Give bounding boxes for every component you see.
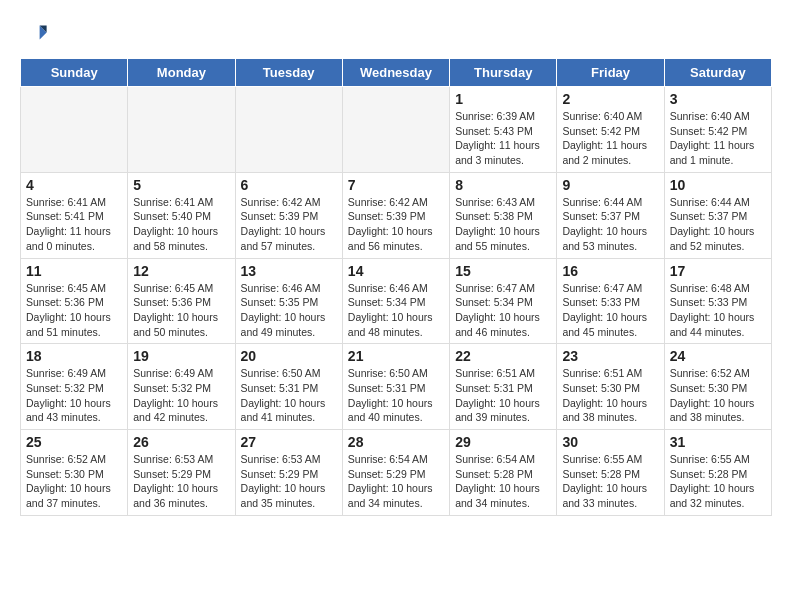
calendar-table: SundayMondayTuesdayWednesdayThursdayFrid… [20, 58, 772, 516]
calendar-day-cell: 15Sunrise: 6:47 AM Sunset: 5:34 PM Dayli… [450, 258, 557, 344]
day-info: Sunrise: 6:40 AM Sunset: 5:42 PM Dayligh… [562, 109, 658, 168]
calendar-day-cell: 19Sunrise: 6:49 AM Sunset: 5:32 PM Dayli… [128, 344, 235, 430]
day-info: Sunrise: 6:48 AM Sunset: 5:33 PM Dayligh… [670, 281, 766, 340]
day-info: Sunrise: 6:50 AM Sunset: 5:31 PM Dayligh… [348, 366, 444, 425]
calendar-day-cell: 18Sunrise: 6:49 AM Sunset: 5:32 PM Dayli… [21, 344, 128, 430]
day-number: 5 [133, 177, 229, 193]
calendar-day-cell: 24Sunrise: 6:52 AM Sunset: 5:30 PM Dayli… [664, 344, 771, 430]
day-info: Sunrise: 6:54 AM Sunset: 5:29 PM Dayligh… [348, 452, 444, 511]
calendar-day-cell: 30Sunrise: 6:55 AM Sunset: 5:28 PM Dayli… [557, 430, 664, 516]
calendar-day-cell: 21Sunrise: 6:50 AM Sunset: 5:31 PM Dayli… [342, 344, 449, 430]
calendar-day-cell [128, 87, 235, 173]
day-info: Sunrise: 6:55 AM Sunset: 5:28 PM Dayligh… [562, 452, 658, 511]
day-number: 17 [670, 263, 766, 279]
page-header [20, 20, 772, 48]
day-info: Sunrise: 6:42 AM Sunset: 5:39 PM Dayligh… [241, 195, 337, 254]
day-number: 14 [348, 263, 444, 279]
calendar-day-cell: 29Sunrise: 6:54 AM Sunset: 5:28 PM Dayli… [450, 430, 557, 516]
day-number: 4 [26, 177, 122, 193]
calendar-day-cell: 27Sunrise: 6:53 AM Sunset: 5:29 PM Dayli… [235, 430, 342, 516]
day-info: Sunrise: 6:49 AM Sunset: 5:32 PM Dayligh… [133, 366, 229, 425]
calendar-day-cell: 12Sunrise: 6:45 AM Sunset: 5:36 PM Dayli… [128, 258, 235, 344]
day-info: Sunrise: 6:51 AM Sunset: 5:31 PM Dayligh… [455, 366, 551, 425]
day-of-week-header: Sunday [21, 59, 128, 87]
day-info: Sunrise: 6:50 AM Sunset: 5:31 PM Dayligh… [241, 366, 337, 425]
calendar-week-row: 18Sunrise: 6:49 AM Sunset: 5:32 PM Dayli… [21, 344, 772, 430]
day-of-week-header: Wednesday [342, 59, 449, 87]
day-info: Sunrise: 6:40 AM Sunset: 5:42 PM Dayligh… [670, 109, 766, 168]
day-of-week-header: Tuesday [235, 59, 342, 87]
calendar-week-row: 1Sunrise: 6:39 AM Sunset: 5:43 PM Daylig… [21, 87, 772, 173]
calendar-day-cell [235, 87, 342, 173]
day-number: 18 [26, 348, 122, 364]
calendar-week-row: 11Sunrise: 6:45 AM Sunset: 5:36 PM Dayli… [21, 258, 772, 344]
day-info: Sunrise: 6:49 AM Sunset: 5:32 PM Dayligh… [26, 366, 122, 425]
day-number: 29 [455, 434, 551, 450]
day-number: 31 [670, 434, 766, 450]
day-number: 13 [241, 263, 337, 279]
day-number: 20 [241, 348, 337, 364]
day-info: Sunrise: 6:43 AM Sunset: 5:38 PM Dayligh… [455, 195, 551, 254]
day-info: Sunrise: 6:52 AM Sunset: 5:30 PM Dayligh… [26, 452, 122, 511]
calendar-day-cell: 28Sunrise: 6:54 AM Sunset: 5:29 PM Dayli… [342, 430, 449, 516]
calendar-day-cell: 31Sunrise: 6:55 AM Sunset: 5:28 PM Dayli… [664, 430, 771, 516]
calendar-day-cell: 26Sunrise: 6:53 AM Sunset: 5:29 PM Dayli… [128, 430, 235, 516]
day-number: 23 [562, 348, 658, 364]
logo-icon [20, 20, 48, 48]
day-number: 26 [133, 434, 229, 450]
calendar-day-cell: 1Sunrise: 6:39 AM Sunset: 5:43 PM Daylig… [450, 87, 557, 173]
day-info: Sunrise: 6:51 AM Sunset: 5:30 PM Dayligh… [562, 366, 658, 425]
day-number: 15 [455, 263, 551, 279]
day-of-week-header: Thursday [450, 59, 557, 87]
day-number: 1 [455, 91, 551, 107]
calendar-day-cell [342, 87, 449, 173]
day-info: Sunrise: 6:41 AM Sunset: 5:40 PM Dayligh… [133, 195, 229, 254]
day-number: 6 [241, 177, 337, 193]
day-info: Sunrise: 6:55 AM Sunset: 5:28 PM Dayligh… [670, 452, 766, 511]
day-info: Sunrise: 6:45 AM Sunset: 5:36 PM Dayligh… [133, 281, 229, 340]
day-number: 12 [133, 263, 229, 279]
calendar-day-cell: 22Sunrise: 6:51 AM Sunset: 5:31 PM Dayli… [450, 344, 557, 430]
logo [20, 20, 52, 48]
day-number: 21 [348, 348, 444, 364]
day-number: 19 [133, 348, 229, 364]
day-of-week-header: Friday [557, 59, 664, 87]
calendar-day-cell [21, 87, 128, 173]
day-number: 3 [670, 91, 766, 107]
day-number: 28 [348, 434, 444, 450]
calendar-day-cell: 3Sunrise: 6:40 AM Sunset: 5:42 PM Daylig… [664, 87, 771, 173]
day-info: Sunrise: 6:44 AM Sunset: 5:37 PM Dayligh… [670, 195, 766, 254]
day-number: 8 [455, 177, 551, 193]
day-info: Sunrise: 6:46 AM Sunset: 5:34 PM Dayligh… [348, 281, 444, 340]
day-info: Sunrise: 6:45 AM Sunset: 5:36 PM Dayligh… [26, 281, 122, 340]
calendar-day-cell: 9Sunrise: 6:44 AM Sunset: 5:37 PM Daylig… [557, 172, 664, 258]
calendar-day-cell: 5Sunrise: 6:41 AM Sunset: 5:40 PM Daylig… [128, 172, 235, 258]
calendar-day-cell: 11Sunrise: 6:45 AM Sunset: 5:36 PM Dayli… [21, 258, 128, 344]
day-info: Sunrise: 6:46 AM Sunset: 5:35 PM Dayligh… [241, 281, 337, 340]
day-info: Sunrise: 6:41 AM Sunset: 5:41 PM Dayligh… [26, 195, 122, 254]
day-info: Sunrise: 6:52 AM Sunset: 5:30 PM Dayligh… [670, 366, 766, 425]
calendar-day-cell: 20Sunrise: 6:50 AM Sunset: 5:31 PM Dayli… [235, 344, 342, 430]
calendar-week-row: 4Sunrise: 6:41 AM Sunset: 5:41 PM Daylig… [21, 172, 772, 258]
calendar-day-cell: 7Sunrise: 6:42 AM Sunset: 5:39 PM Daylig… [342, 172, 449, 258]
day-number: 9 [562, 177, 658, 193]
day-info: Sunrise: 6:53 AM Sunset: 5:29 PM Dayligh… [241, 452, 337, 511]
calendar-day-cell: 14Sunrise: 6:46 AM Sunset: 5:34 PM Dayli… [342, 258, 449, 344]
day-info: Sunrise: 6:53 AM Sunset: 5:29 PM Dayligh… [133, 452, 229, 511]
day-number: 10 [670, 177, 766, 193]
day-number: 27 [241, 434, 337, 450]
calendar-day-cell: 25Sunrise: 6:52 AM Sunset: 5:30 PM Dayli… [21, 430, 128, 516]
calendar-day-cell: 23Sunrise: 6:51 AM Sunset: 5:30 PM Dayli… [557, 344, 664, 430]
day-of-week-header: Monday [128, 59, 235, 87]
calendar-day-cell: 17Sunrise: 6:48 AM Sunset: 5:33 PM Dayli… [664, 258, 771, 344]
calendar-day-cell: 10Sunrise: 6:44 AM Sunset: 5:37 PM Dayli… [664, 172, 771, 258]
calendar-day-cell: 13Sunrise: 6:46 AM Sunset: 5:35 PM Dayli… [235, 258, 342, 344]
calendar-day-cell: 8Sunrise: 6:43 AM Sunset: 5:38 PM Daylig… [450, 172, 557, 258]
day-info: Sunrise: 6:42 AM Sunset: 5:39 PM Dayligh… [348, 195, 444, 254]
day-number: 16 [562, 263, 658, 279]
day-number: 7 [348, 177, 444, 193]
calendar-day-cell: 6Sunrise: 6:42 AM Sunset: 5:39 PM Daylig… [235, 172, 342, 258]
day-info: Sunrise: 6:39 AM Sunset: 5:43 PM Dayligh… [455, 109, 551, 168]
calendar-day-cell: 16Sunrise: 6:47 AM Sunset: 5:33 PM Dayli… [557, 258, 664, 344]
day-info: Sunrise: 6:47 AM Sunset: 5:34 PM Dayligh… [455, 281, 551, 340]
